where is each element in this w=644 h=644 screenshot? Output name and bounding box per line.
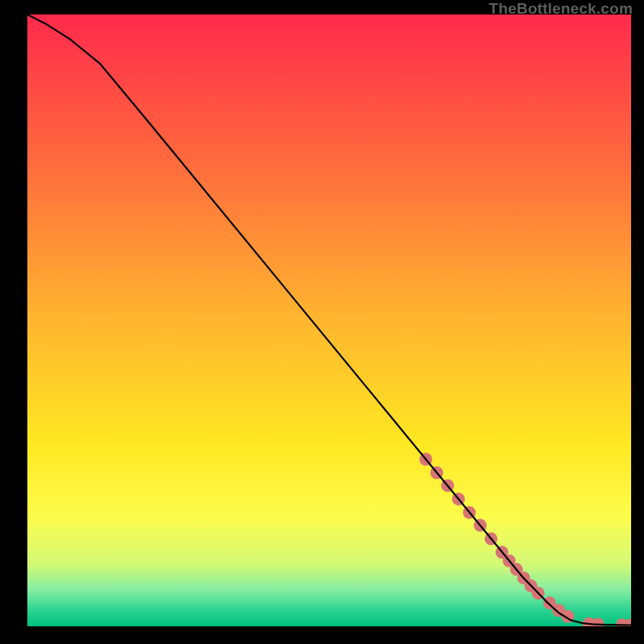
chart-container: TheBottleneck.com [0,0,644,644]
gradient-background [27,14,631,626]
watermark-text: TheBottleneck.com [489,0,633,18]
plot-area [27,14,631,626]
chart-svg [27,14,631,626]
